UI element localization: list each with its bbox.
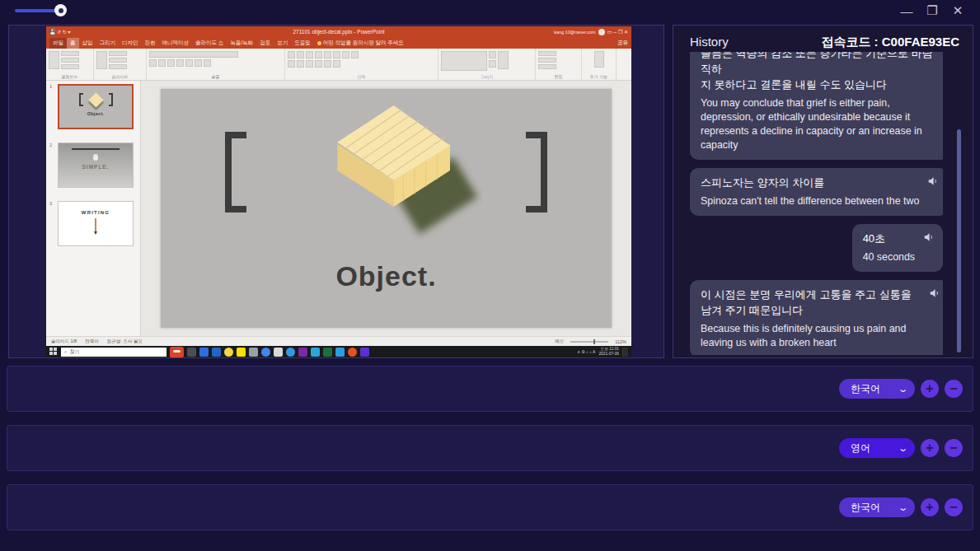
ppt-tellme: 어떤 작업을 원하시면 알려 주세요 xyxy=(317,40,404,47)
volume-slider[interactable] xyxy=(15,8,66,13)
taskbar-app-icon xyxy=(335,348,345,357)
bracket-right-icon xyxy=(526,132,547,212)
taskbar-app-icon xyxy=(311,348,320,357)
add-button[interactable]: + xyxy=(921,498,939,516)
chevron-down-icon: ⌄ xyxy=(898,443,908,454)
ppt-editor-area: Object. xyxy=(141,81,631,336)
status-notes: 메모 xyxy=(555,339,564,344)
message-english: Because this is definitely causing us pa… xyxy=(701,322,921,350)
slide-number: 1 xyxy=(49,84,52,89)
ppt-tab-home: 홈 xyxy=(67,38,79,49)
remove-button[interactable]: − xyxy=(945,439,963,457)
taskbar-tray: ∧ ⚙ ♪ ⌂ A 오전 11:01 2021-07-06 xyxy=(577,347,628,357)
ribbon-group-paragraph: 단락 xyxy=(285,49,438,80)
ppt-titlebar: 💾 ↺ ↻ ▾ 271101 object-decal.pptx - Power… xyxy=(46,26,631,37)
pencil-icon xyxy=(95,218,96,231)
tray-icons: ∧ ⚙ ♪ ⌂ A xyxy=(577,349,595,354)
taskbar-app-icon xyxy=(224,348,233,357)
message-bubble: 이 시점은 분명 우리에게 고통을 주고 실통을 남겨 주기 때문입니다 Bec… xyxy=(690,280,943,355)
slide-number: 2 xyxy=(49,142,52,147)
remove-button[interactable]: − xyxy=(945,498,963,516)
ppt-avatar xyxy=(598,29,605,35)
ppt-status-bar: 슬라이드 1/8 한국어 접근성: 조사 필요 메모 112% xyxy=(46,336,631,346)
ppt-tab-view: 보기 xyxy=(274,38,291,49)
message-english: 40 seconds xyxy=(863,250,915,264)
app-titlebar: — ❐ ✕ xyxy=(0,0,980,23)
slide-title-text: Object. xyxy=(161,260,612,292)
search-icon: ⌕ xyxy=(64,349,67,355)
ribbon-group-editing: 편집 xyxy=(536,49,582,80)
language-select[interactable]: 한국어 ⌄ xyxy=(839,379,915,399)
add-button[interactable]: + xyxy=(921,439,939,457)
status-zoom-level: 112% xyxy=(615,339,626,344)
chevron-down-icon: ⌄ xyxy=(898,384,908,395)
taskbar-app-icon xyxy=(187,348,196,357)
ribbon-group-slides: 슬라이드 xyxy=(94,49,147,80)
history-scrollbar[interactable] xyxy=(957,129,961,353)
ppt-tab-slideshow: 슬라이드 쇼 xyxy=(192,38,227,49)
slide-thumbnail-2: SIMPLE. xyxy=(58,142,134,188)
message-korean: 슬픔은 역량의 감소 또는 증가라는 기준으로 바람직하 xyxy=(701,52,938,77)
translation-row-1: 한국어 ⌄ + − xyxy=(7,366,973,412)
taskbar-app-icon xyxy=(212,348,221,357)
sticky-note-image xyxy=(305,94,482,250)
bracket-icon xyxy=(79,93,83,106)
status-accessibility: 접근성: 조사 필요 xyxy=(107,339,143,344)
message-korean: 이 시점은 분명 우리에게 고통을 주고 실통을 남겨 주기 때문입니다 xyxy=(701,287,921,318)
taskbar-app-icon xyxy=(360,348,369,357)
message-korean: 40초 xyxy=(863,231,915,246)
ppt-tab-file: 파일 xyxy=(49,38,67,49)
ppt-tab-design: 디자인 xyxy=(119,38,142,49)
add-button[interactable]: + xyxy=(921,380,939,398)
minimize-button[interactable]: — xyxy=(898,2,916,20)
lightbulb-icon xyxy=(317,41,321,45)
taskbar-app-icon xyxy=(348,348,357,357)
language-select[interactable]: 영어 ⌄ xyxy=(839,438,915,458)
ribbon-group-clipboard: 클립보드 xyxy=(46,49,94,80)
screen-share-panel[interactable]: 💾 ↺ ↻ ▾ 271101 object-decal.pptx - Power… xyxy=(8,25,664,358)
ppt-tab-transitions: 전환 xyxy=(142,38,159,49)
ppt-tab-insert: 삽입 xyxy=(79,38,96,49)
ppt-slide-thumbnails: 1 Object. 2 SIMPLE xyxy=(46,81,141,336)
slide-thumbnail-1: Object. xyxy=(58,84,134,129)
slide-number: 3 xyxy=(49,201,52,206)
sticky-note-icon xyxy=(88,92,103,107)
windows-taskbar: ⌕ 찾기 ∧ ⚙ ♪ ⌂ A 오전 11:01 2021-07-06 xyxy=(46,346,631,357)
message-bubble: 스피노자는 양자의 차이를 Spinoza can't tell the dif… xyxy=(690,168,943,216)
close-button[interactable]: ✕ xyxy=(949,2,967,20)
message-list[interactable]: 슬픔은 역량의 감소 또는 증가라는 기준으로 바람직하 지 못하다고 결론을 … xyxy=(690,52,943,355)
language-select[interactable]: 한국어 ⌄ xyxy=(839,497,915,517)
taskbar-app-icons xyxy=(187,348,369,357)
message-bubble: 40초 40 seconds xyxy=(852,224,943,272)
taskbar-app-icon xyxy=(274,348,283,357)
ppt-ribbon-tabs: 파일 홈 삽입 그리기 디자인 전환 애니메이션 슬라이드 쇼 녹음/녹화 검토… xyxy=(46,37,631,49)
access-code: 접속코드 : C00FAE93EC xyxy=(821,35,959,50)
ppt-window-title: 271101 object-decal.pptx - PowerPoint xyxy=(46,29,631,35)
taskbar-app-icon xyxy=(323,348,332,357)
status-language: 한국어 xyxy=(85,339,99,344)
taskbar-app-icon xyxy=(298,348,307,357)
restore-button[interactable]: ❐ xyxy=(923,2,941,20)
taskbar-search: ⌕ 찾기 xyxy=(61,348,166,357)
current-slide: Object. xyxy=(161,89,612,328)
ppt-tab-review: 검토 xyxy=(256,38,274,49)
speaker-icon[interactable] xyxy=(929,287,940,299)
slider-thumb-icon[interactable] xyxy=(54,4,67,16)
bracket-left-icon xyxy=(225,132,246,212)
history-panel: History 접속코드 : C00FAE93EC 슬픔은 역량의 감소 또는 … xyxy=(673,25,973,358)
taskbar-app-icon xyxy=(261,348,270,357)
remove-button[interactable]: − xyxy=(945,380,963,398)
ribbon-group-font: 글꼴 xyxy=(147,49,285,80)
ppt-share-button: 공유 xyxy=(617,40,628,47)
ppt-tab-animations: 애니메이션 xyxy=(159,38,193,49)
ppt-tab-help: 도움말 xyxy=(291,38,314,49)
slide-thumbnail-3: WRITING xyxy=(58,201,134,246)
mascot-icon xyxy=(170,347,184,357)
tray-date: 2021-07-06 xyxy=(598,352,619,356)
ppt-tab-record: 녹음/녹화 xyxy=(227,38,256,49)
bracket-icon xyxy=(109,93,113,106)
speaker-icon[interactable] xyxy=(927,175,939,187)
speaker-icon[interactable] xyxy=(923,231,935,243)
ppt-ribbon: 클립보드 슬라이드 글꼴 단락 그리기 편집 xyxy=(46,49,631,81)
chevron-down-icon: ⌄ xyxy=(898,502,908,513)
